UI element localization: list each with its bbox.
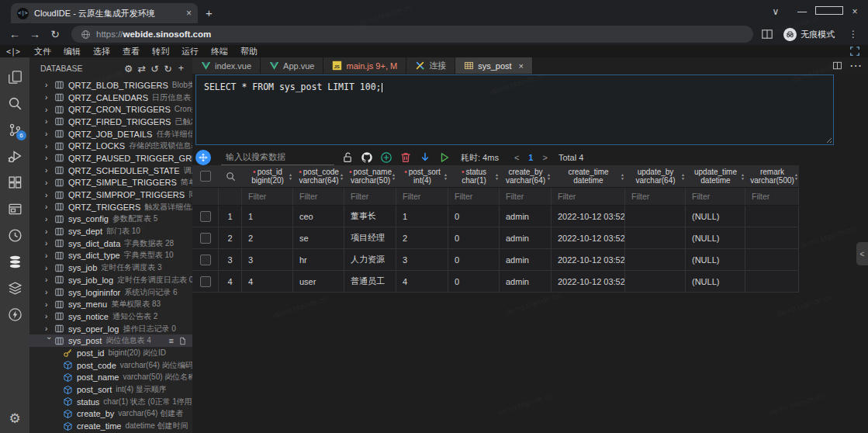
column-header-status[interactable]: •statuschar(1)▲▼	[448, 165, 500, 187]
chevron-icon[interactable]: ›	[45, 130, 54, 138]
cell-update_by[interactable]	[625, 249, 686, 270]
page-number[interactable]: 1	[528, 153, 533, 162]
run-icon[interactable]	[438, 151, 451, 164]
column-header-post_code[interactable]: •post_codevarchar(64)▲▼	[293, 165, 344, 187]
filter-input-update_by[interactable]: Filter	[625, 188, 686, 205]
history-icon[interactable]: ↺	[148, 63, 161, 74]
tree-table-sys_logininfor[interactable]: ›sys_logininfor系统访问记录 6	[29, 286, 192, 299]
tab-close-icon[interactable]: ×	[186, 8, 192, 19]
tree-field-create_by[interactable]: create_byvarchar(64) 创建者	[29, 408, 192, 421]
address-bar[interactable]: https://webide.sinosoft.com	[71, 26, 753, 43]
tree-field-post_code[interactable]: post_codevarchar(64) 岗位编码	[29, 359, 192, 372]
chevron-icon[interactable]: ›	[45, 227, 54, 236]
tab-close-icon[interactable]: ×	[519, 61, 524, 71]
sort-icon[interactable]: ▲▼	[495, 173, 499, 180]
chevron-icon[interactable]: ›	[45, 215, 54, 223]
tree-table-QRTZ_SIMPROP_TRIGGERS[interactable]: ›QRTZ_SIMPROP_TRIGGERS同步机...	[29, 189, 192, 201]
tree-table-QRTZ_JOB_DETAILS[interactable]: ›QRTZ_JOB_DETAILS任务详细信息...	[29, 128, 192, 140]
sql-editor[interactable]: SELECT * FROM sys_post LIMIT 100;	[195, 74, 834, 145]
tree-table-sys_dict_data[interactable]: ›sys_dict_data字典数据表 28	[29, 237, 192, 250]
refresh-icon[interactable]: ↻	[161, 63, 175, 74]
activity-timeline[interactable]	[0, 222, 29, 248]
column-header-create_by[interactable]: create_byvarchar(64)▲▼	[500, 165, 552, 187]
cell-post_code[interactable]: ceo	[293, 206, 344, 227]
column-header-create_time[interactable]: create_timedatetime▲▼	[552, 165, 625, 187]
tree-table-QRTZ_FIRED_TRIGGERS[interactable]: ›QRTZ_FIRED_TRIGGERS已触发的触...	[29, 116, 192, 128]
cell-update_time[interactable]: (NULL)	[686, 249, 745, 270]
activity-extensions[interactable]	[0, 169, 29, 196]
resize-handle-icon[interactable]	[825, 136, 832, 144]
row-checkbox[interactable]	[192, 227, 219, 248]
cell-post_name[interactable]: 人力资源	[344, 249, 396, 270]
row-checkbox[interactable]	[192, 249, 219, 270]
activity-preview[interactable]	[0, 196, 29, 222]
column-header-update_by[interactable]: update_byvarchar(64)▲▼	[625, 165, 686, 187]
tree-table-QRTZ_LOCKS[interactable]: ›QRTZ_LOCKS存储的悲观锁信息表 2	[29, 140, 192, 152]
cell-post_sort[interactable]: 3	[396, 249, 448, 270]
cell-status[interactable]: 0	[448, 227, 500, 248]
cell-create_by[interactable]: admin	[500, 249, 552, 270]
activity-run-debug[interactable]	[0, 143, 29, 169]
cell-create_by[interactable]: admin	[500, 227, 552, 248]
cell-update_by[interactable]	[625, 271, 686, 292]
tab-App.vue[interactable]: App.vue	[261, 57, 323, 74]
row-checkbox[interactable]	[192, 206, 219, 227]
cell-post_sort[interactable]: 4	[396, 271, 448, 292]
sort-icon[interactable]: ▲▼	[681, 173, 685, 180]
chevron-icon[interactable]: ›	[45, 239, 54, 248]
cell-create_by[interactable]: admin	[500, 271, 552, 292]
settings-icon[interactable]: ⚙	[122, 63, 135, 74]
column-header-post_name[interactable]: •post_namevarchar(50)▲▼	[344, 165, 396, 187]
cell-remark[interactable]	[745, 206, 799, 227]
cell-post_code[interactable]: se	[293, 227, 344, 248]
cell-create_time[interactable]: 2022-10-12 03:52:12	[552, 206, 625, 227]
filter-input-status[interactable]: Filter	[448, 188, 500, 205]
chevron-icon[interactable]: ›	[45, 337, 54, 345]
tree-table-QRTZ_CRON_TRIGGERS[interactable]: ›QRTZ_CRON_TRIGGERSCron类型...	[29, 103, 192, 116]
cell-remark[interactable]	[745, 271, 799, 292]
sort-icon[interactable]: ▲▼	[444, 173, 448, 180]
filter-input-remark[interactable]: Filter	[745, 188, 799, 205]
next-page-button[interactable]: >	[542, 153, 547, 162]
tree-table-QRTZ_TRIGGERS[interactable]: ›QRTZ_TRIGGERS触发器详细信息表 3	[29, 201, 192, 213]
split-editor-icon[interactable]	[832, 61, 842, 71]
cell-create_time[interactable]: 2022-10-12 03:52:12	[552, 227, 625, 248]
cell-create_time[interactable]: 2022-10-12 03:52:12	[552, 249, 625, 270]
cell-create_time[interactable]: 2022-10-12 03:52:12	[552, 271, 625, 292]
tree-table-QRTZ_BLOB_TRIGGERS[interactable]: ›QRTZ_BLOB_TRIGGERSBlob类型的...	[29, 79, 192, 92]
new-tab-button[interactable]: +	[206, 6, 213, 19]
menu-文件[interactable]: 文件	[28, 46, 57, 57]
maximize-button[interactable]	[815, 6, 842, 17]
delete-icon[interactable]	[399, 151, 412, 164]
row-checkbox[interactable]	[192, 271, 219, 292]
tree-field-post_id[interactable]: post_idbigint(20) 岗位ID	[29, 347, 192, 359]
tree-field-post_name[interactable]: post_namevarchar(50) 岗位名称	[29, 372, 192, 384]
tree-table-QRTZ_PAUSED_TRIGGER_GRPS[interactable]: ›QRTZ_PAUSED_TRIGGER_GRPS暂...	[29, 152, 192, 165]
filter-input-post_sort[interactable]: Filter	[396, 188, 448, 205]
tree-field-post_sort[interactable]: post_sortint(4) 显示顺序	[29, 383, 192, 396]
forward-button[interactable]: →	[26, 28, 43, 40]
tree-table-sys_notice[interactable]: ›sys_notice通知公告表 2	[29, 310, 192, 323]
tree-field-create_time[interactable]: create_timedatetime 创建时间	[29, 420, 192, 432]
menu-编辑[interactable]: 编辑	[57, 46, 87, 57]
split-window-icon[interactable]	[761, 28, 773, 40]
tree-table-sys_post[interactable]: ›sys_post岗位信息表 4≡	[29, 334, 192, 347]
cell-update_time[interactable]: (NULL)	[686, 227, 745, 248]
browser-tab[interactable]: <|> CloudIDE - 云原生集成开发环境 ×	[11, 3, 198, 23]
cell-update_time[interactable]: (NULL)	[686, 271, 745, 292]
menu-帮助[interactable]: 帮助	[234, 46, 264, 57]
new-file-icon[interactable]	[178, 337, 187, 345]
chevron-icon[interactable]: ›	[45, 191, 54, 199]
cell-remark[interactable]	[745, 249, 799, 270]
back-button[interactable]: ←	[6, 28, 23, 40]
filter-input-update_time[interactable]: Filter	[686, 188, 745, 205]
search-data-input[interactable]: 输入以搜索数据	[221, 150, 334, 165]
chevron-icon[interactable]: ›	[45, 324, 54, 333]
cell-create_by[interactable]: admin	[500, 206, 552, 227]
tree-table-sys_menu[interactable]: ›sys_menu菜单权限表 83	[29, 298, 192, 310]
cell-post_name[interactable]: 项目经理	[344, 227, 396, 248]
chevron-icon[interactable]: ›	[45, 142, 54, 151]
tab-连接[interactable]: 连接	[406, 57, 455, 74]
chevron-icon[interactable]: ›	[45, 154, 54, 162]
tree-table-sys_dept[interactable]: ›sys_dept部门表 10	[29, 225, 192, 237]
